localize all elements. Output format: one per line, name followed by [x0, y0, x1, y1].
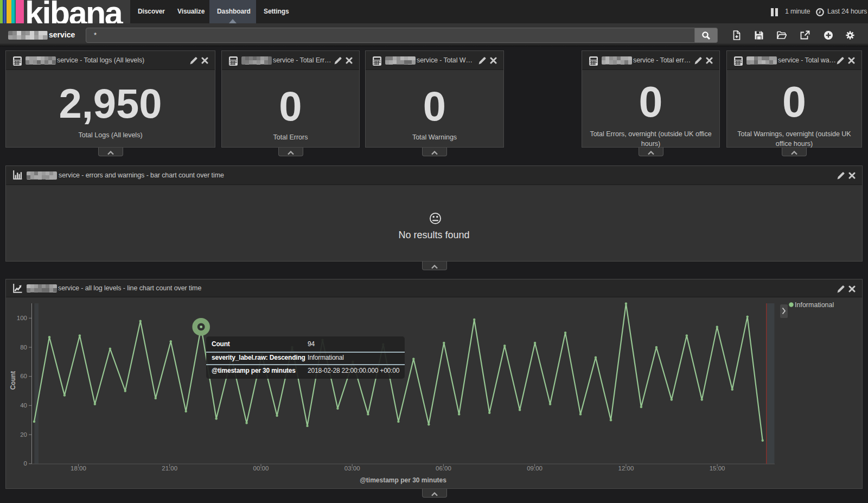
svg-text:21:00: 21:00 — [162, 465, 177, 472]
svg-text:09:00: 09:00 — [527, 465, 542, 472]
svg-text:@timestamp per 30 minutes: @timestamp per 30 minutes — [360, 476, 446, 484]
svg-text:100: 100 — [17, 315, 27, 321]
svg-text:Count: Count — [9, 371, 17, 390]
svg-text:20: 20 — [20, 431, 27, 438]
svg-text:12:00: 12:00 — [618, 465, 634, 472]
svg-text:60: 60 — [20, 373, 27, 379]
svg-text:Informational: Informational — [795, 301, 834, 309]
svg-text:06:00: 06:00 — [436, 465, 451, 472]
svg-text:03:00: 03:00 — [344, 465, 360, 472]
svg-text:15:00: 15:00 — [710, 465, 725, 472]
svg-text:0: 0 — [24, 460, 27, 467]
svg-text:18:00: 18:00 — [71, 465, 86, 472]
svg-text:80: 80 — [20, 344, 27, 351]
svg-text:40: 40 — [20, 402, 27, 409]
svg-text:00:00: 00:00 — [253, 465, 269, 472]
